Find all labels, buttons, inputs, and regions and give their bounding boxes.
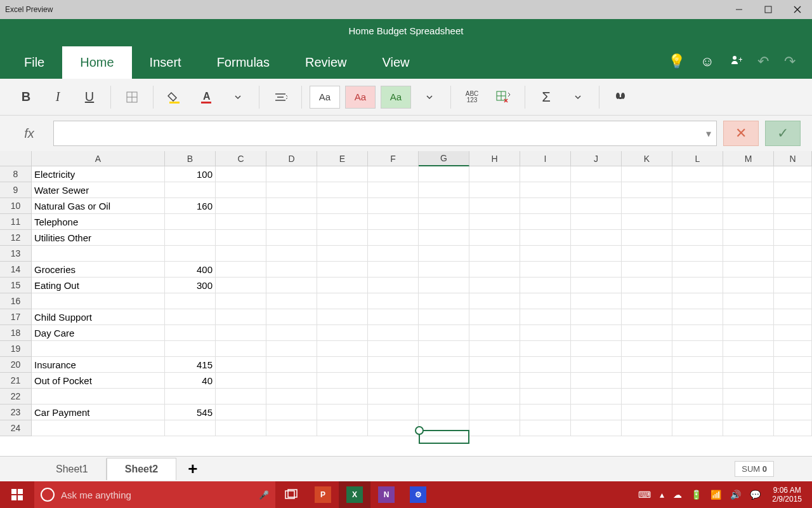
cell[interactable]: [216, 373, 266, 389]
cell[interactable]: [266, 341, 317, 357]
cell[interactable]: [520, 341, 571, 357]
cell[interactable]: 415: [165, 357, 216, 373]
column-header[interactable]: G: [419, 151, 469, 166]
cell[interactable]: [419, 373, 469, 389]
cell[interactable]: [165, 341, 216, 357]
column-header[interactable]: C: [216, 151, 266, 166]
cell[interactable]: Electricity: [32, 166, 165, 182]
cell[interactable]: [368, 166, 419, 182]
cell[interactable]: [216, 214, 266, 230]
clock[interactable]: 9:06 AM 2/9/2015: [769, 486, 804, 504]
cell[interactable]: [419, 198, 469, 214]
cell[interactable]: 400: [165, 262, 216, 277]
cell[interactable]: [622, 246, 672, 262]
maximize-button[interactable]: [754, 0, 783, 19]
cell[interactable]: [723, 373, 774, 389]
row-header[interactable]: 16: [0, 293, 32, 309]
cell[interactable]: [368, 182, 419, 198]
cell[interactable]: [165, 230, 216, 246]
cell[interactable]: [266, 198, 317, 214]
cell[interactable]: [368, 389, 419, 404]
cell[interactable]: Telephone: [32, 214, 165, 230]
cell[interactable]: [317, 182, 368, 198]
cell[interactable]: [774, 293, 812, 309]
cell[interactable]: [622, 389, 672, 404]
cell[interactable]: [368, 373, 419, 389]
cell[interactable]: [165, 420, 216, 436]
battery-icon[interactable]: 🔋: [691, 490, 702, 500]
cell[interactable]: [723, 277, 774, 293]
cell[interactable]: [419, 404, 469, 420]
row-header[interactable]: 15: [0, 277, 32, 293]
cell[interactable]: [723, 341, 774, 357]
cell[interactable]: [520, 420, 571, 436]
row-header[interactable]: 11: [0, 214, 32, 230]
cell[interactable]: [774, 420, 812, 436]
cell[interactable]: [469, 404, 520, 420]
cell[interactable]: [520, 309, 571, 325]
cell[interactable]: [723, 389, 774, 404]
cell[interactable]: [419, 389, 469, 404]
cell[interactable]: [216, 246, 266, 262]
cell[interactable]: [216, 198, 266, 214]
cell[interactable]: [469, 373, 520, 389]
cell[interactable]: [419, 246, 469, 262]
cell[interactable]: [32, 420, 165, 436]
cell[interactable]: [216, 230, 266, 246]
cell[interactable]: [520, 373, 571, 389]
cell[interactable]: [622, 214, 672, 230]
cell[interactable]: [571, 214, 622, 230]
cell[interactable]: [419, 325, 469, 341]
cell[interactable]: [622, 373, 672, 389]
cell[interactable]: [723, 325, 774, 341]
cell[interactable]: [469, 341, 520, 357]
cell[interactable]: [368, 420, 419, 436]
cell[interactable]: [32, 246, 165, 262]
cell[interactable]: [672, 246, 723, 262]
cell[interactable]: [266, 277, 317, 293]
cell[interactable]: [216, 309, 266, 325]
cell[interactable]: [469, 325, 520, 341]
cell[interactable]: [165, 309, 216, 325]
cell[interactable]: Day Care: [32, 325, 165, 341]
cell[interactable]: Out of Pocket: [32, 373, 165, 389]
cell[interactable]: [622, 357, 672, 373]
cell[interactable]: [368, 341, 419, 357]
cell[interactable]: 545: [165, 404, 216, 420]
cell[interactable]: [622, 309, 672, 325]
tab-view[interactable]: View: [365, 46, 428, 79]
cell[interactable]: [571, 182, 622, 198]
cell[interactable]: [368, 357, 419, 373]
cell[interactable]: [520, 246, 571, 262]
mic-icon[interactable]: 🎤: [259, 490, 269, 500]
cell[interactable]: [672, 357, 723, 373]
cell[interactable]: [774, 277, 812, 293]
tab-formulas[interactable]: Formulas: [199, 46, 287, 79]
bold-button[interactable]: B: [13, 86, 39, 109]
network-icon[interactable]: 📶: [710, 490, 721, 500]
cell[interactable]: [32, 341, 165, 357]
cell[interactable]: [216, 389, 266, 404]
cell-style-normal[interactable]: Aa: [310, 86, 340, 109]
row-header[interactable]: 18: [0, 325, 32, 341]
cell[interactable]: [216, 262, 266, 277]
cell[interactable]: [216, 357, 266, 373]
formula-accept-button[interactable]: ✓: [765, 121, 801, 146]
cell[interactable]: [165, 325, 216, 341]
font-color-button[interactable]: A: [193, 86, 219, 109]
cell[interactable]: [216, 166, 266, 182]
row-header[interactable]: 13: [0, 246, 32, 262]
cell[interactable]: [672, 182, 723, 198]
cell[interactable]: [266, 420, 317, 436]
cell[interactable]: Water Sewer: [32, 182, 165, 198]
sheet-tab-2[interactable]: Sheet2: [107, 458, 176, 480]
cell[interactable]: [672, 214, 723, 230]
cell[interactable]: [216, 341, 266, 357]
cell[interactable]: [622, 325, 672, 341]
row-header[interactable]: 14: [0, 262, 32, 277]
alignment-button[interactable]: [267, 86, 294, 109]
cell[interactable]: [622, 404, 672, 420]
add-sheet-button[interactable]: +: [176, 459, 209, 479]
cell[interactable]: [520, 357, 571, 373]
onedrive-icon[interactable]: ☁: [673, 490, 682, 500]
